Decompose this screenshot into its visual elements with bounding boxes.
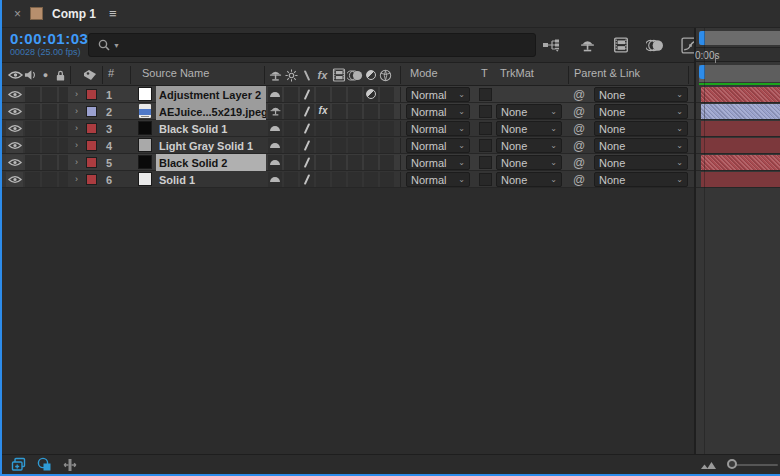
parent-pickwhip-icon[interactable]: @ bbox=[571, 138, 587, 153]
layer-name[interactable]: Light Gray Solid 1 bbox=[156, 137, 266, 154]
parent-dropdown[interactable]: None⌄ bbox=[594, 87, 688, 102]
fx-toggle[interactable] bbox=[316, 138, 330, 153]
layer-name[interactable]: AEJuice...5x219.jpeg bbox=[156, 103, 266, 120]
time-navigator-bar[interactable] bbox=[699, 31, 780, 45]
lock-column-icon[interactable] bbox=[53, 63, 68, 87]
3d-layer-toggle[interactable] bbox=[380, 87, 394, 102]
label-color-chip[interactable] bbox=[86, 123, 97, 134]
layer-name[interactable]: Solid 1 bbox=[156, 171, 266, 188]
work-area-bar[interactable] bbox=[699, 65, 780, 82]
solo-toggle[interactable] bbox=[42, 138, 57, 153]
frame-blend-toggle[interactable] bbox=[332, 104, 346, 119]
expand-arrow[interactable]: › bbox=[75, 157, 78, 167]
collapse-toggle[interactable] bbox=[284, 87, 298, 102]
layer-name[interactable]: Black Solid 1 bbox=[156, 120, 266, 137]
audio-column-speaker-icon[interactable] bbox=[23, 63, 38, 87]
motion-blur-toggle[interactable] bbox=[348, 172, 362, 187]
parent-dropdown[interactable]: None⌄ bbox=[594, 121, 688, 136]
layer-row-4[interactable]: › 4 Light Gray Solid 1 Normal⌄ None⌄ @ N… bbox=[2, 137, 694, 154]
lock-toggle[interactable] bbox=[59, 87, 68, 102]
quality-toggle[interactable] bbox=[300, 155, 314, 170]
motion-blur-toggle[interactable] bbox=[348, 104, 362, 119]
eye-icon[interactable] bbox=[6, 172, 23, 187]
preserve-transparency-checkbox[interactable] bbox=[479, 122, 492, 135]
adjustment-layer-toggle[interactable] bbox=[364, 87, 378, 102]
adjustment-layer-switch-icon[interactable] bbox=[363, 63, 378, 87]
collapse-toggle[interactable] bbox=[284, 104, 298, 119]
3d-layer-toggle[interactable] bbox=[380, 138, 394, 153]
label-color-chip[interactable] bbox=[86, 140, 97, 151]
mode-dropdown[interactable]: Normal⌄ bbox=[406, 121, 470, 136]
eye-icon[interactable] bbox=[6, 104, 23, 119]
solo-toggle[interactable] bbox=[42, 172, 57, 187]
expand-arrow[interactable]: › bbox=[75, 174, 78, 184]
preserve-transparency-checkbox[interactable] bbox=[479, 173, 492, 186]
shy-toggle[interactable] bbox=[268, 121, 282, 136]
lock-toggle[interactable] bbox=[59, 138, 68, 153]
mode-dropdown[interactable]: Normal⌄ bbox=[406, 138, 470, 153]
motion-blur-switch-icon[interactable] bbox=[346, 63, 363, 87]
shy-toggle[interactable] bbox=[268, 138, 282, 153]
fx-toggle[interactable] bbox=[316, 87, 330, 102]
label-color-chip[interactable] bbox=[86, 174, 97, 185]
preserve-transparency-checkbox[interactable] bbox=[479, 88, 492, 101]
mode-dropdown[interactable]: Normal⌄ bbox=[406, 87, 470, 102]
current-timecode[interactable]: 0:00:01:03 bbox=[10, 30, 88, 47]
expand-arrow[interactable]: › bbox=[75, 140, 78, 150]
shy-toggle[interactable] bbox=[268, 172, 282, 187]
preserve-transparency-checkbox[interactable] bbox=[479, 105, 492, 118]
parent-pickwhip-icon[interactable]: @ bbox=[571, 172, 587, 187]
layer-row-6[interactable]: › 6 Solid 1 Normal⌄ None⌄ @ None⌄ bbox=[2, 171, 694, 188]
shy-toggle[interactable] bbox=[268, 87, 282, 102]
frame-blending-icon[interactable] bbox=[613, 34, 629, 56]
zoom-slider-knob[interactable] bbox=[727, 459, 737, 469]
t-column-header[interactable]: T bbox=[481, 67, 488, 79]
audio-toggle[interactable] bbox=[25, 155, 40, 170]
expand-arrow[interactable]: › bbox=[75, 89, 78, 99]
expand-arrow[interactable]: › bbox=[75, 123, 78, 133]
solo-toggle[interactable] bbox=[42, 121, 57, 136]
frame-blend-toggle[interactable] bbox=[332, 87, 346, 102]
tab-comp-title[interactable]: Comp 1 bbox=[52, 7, 96, 21]
eye-icon[interactable] bbox=[6, 155, 23, 170]
mode-column-header[interactable]: Mode bbox=[410, 67, 438, 79]
quality-toggle[interactable] bbox=[300, 172, 314, 187]
trkmat-column-header[interactable]: TrkMat bbox=[500, 67, 534, 79]
timeline-zoom-control[interactable] bbox=[700, 455, 778, 475]
search-options-caret[interactable]: ▼ bbox=[113, 42, 120, 49]
quality-toggle[interactable] bbox=[300, 121, 314, 136]
mode-dropdown[interactable]: Normal⌄ bbox=[406, 104, 470, 119]
mode-dropdown[interactable]: Normal⌄ bbox=[406, 155, 470, 170]
parent-pickwhip-icon[interactable]: @ bbox=[571, 155, 587, 170]
layer-duration-bar[interactable] bbox=[701, 121, 780, 136]
audio-toggle[interactable] bbox=[25, 87, 40, 102]
parent-dropdown[interactable]: None⌄ bbox=[594, 172, 688, 187]
effects-switch-icon[interactable]: fx bbox=[314, 63, 331, 87]
lock-toggle[interactable] bbox=[59, 104, 68, 119]
time-ruler[interactable]: 0:00s bbox=[696, 47, 780, 62]
audio-toggle[interactable] bbox=[25, 138, 40, 153]
fx-toggle[interactable] bbox=[316, 121, 330, 136]
eye-icon[interactable] bbox=[6, 121, 23, 136]
lock-toggle[interactable] bbox=[59, 155, 68, 170]
label-color-chip[interactable] bbox=[86, 89, 97, 100]
audio-toggle[interactable] bbox=[25, 104, 40, 119]
3d-layer-toggle[interactable] bbox=[380, 121, 394, 136]
panel-menu-icon[interactable]: ≡ bbox=[109, 6, 117, 21]
quality-switch-icon[interactable] bbox=[300, 63, 314, 87]
solo-toggle[interactable] bbox=[42, 87, 57, 102]
shy-toggle[interactable] bbox=[268, 155, 282, 170]
adjustment-layer-toggle[interactable] bbox=[364, 121, 378, 136]
parent-pickwhip-icon[interactable]: @ bbox=[571, 87, 587, 102]
parent-dropdown[interactable]: None⌄ bbox=[594, 104, 688, 119]
collapse-toggle[interactable] bbox=[284, 172, 298, 187]
adjustment-layer-toggle[interactable] bbox=[364, 155, 378, 170]
eye-icon[interactable] bbox=[6, 87, 23, 102]
close-tab-icon[interactable]: × bbox=[14, 7, 21, 21]
adjustment-layer-toggle[interactable] bbox=[364, 138, 378, 153]
solo-column-icon[interactable]: ● bbox=[38, 63, 53, 87]
frame-blend-switch-icon[interactable] bbox=[331, 63, 346, 87]
number-column-header[interactable]: # bbox=[108, 67, 114, 79]
layer-row-2[interactable]: › 2 AEJuice...5x219.jpeg fx Normal⌄ None… bbox=[2, 103, 694, 120]
frame-blend-toggle[interactable] bbox=[332, 138, 346, 153]
